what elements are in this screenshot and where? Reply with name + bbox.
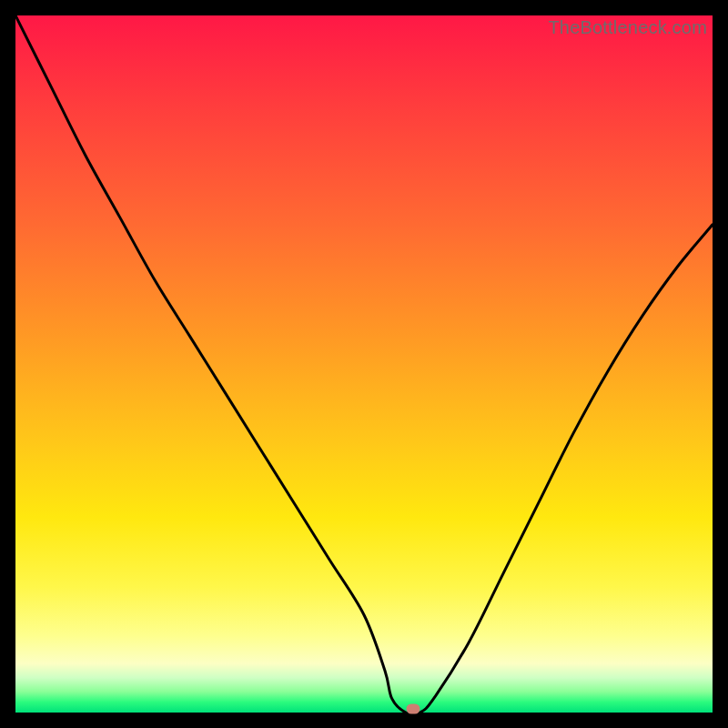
chart-frame: TheBottleneck.com bbox=[0, 0, 728, 728]
bottleneck-curve bbox=[15, 15, 713, 713]
data-point-marker bbox=[406, 704, 420, 714]
chart-plot-area: TheBottleneck.com bbox=[15, 15, 713, 713]
watermark-text: TheBottleneck.com bbox=[548, 17, 707, 38]
